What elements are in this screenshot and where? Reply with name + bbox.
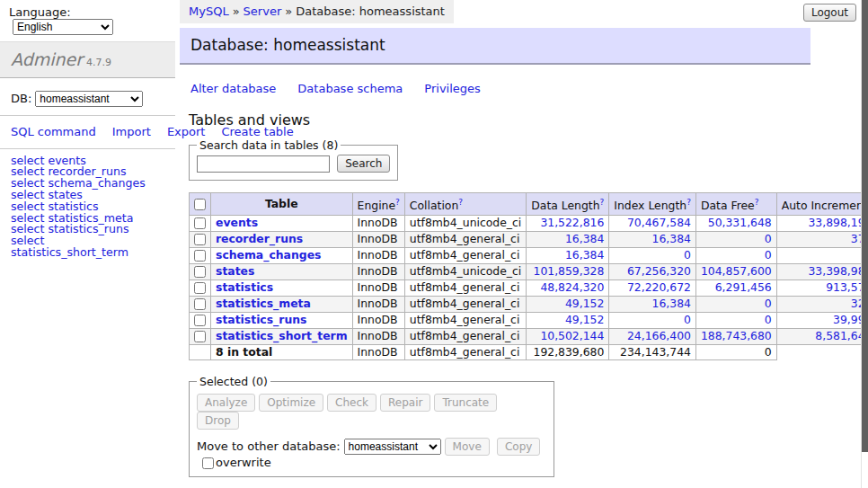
move-label: Move to other database: <box>197 439 341 453</box>
auto-increment-cell[interactable]: 6 <box>776 247 868 263</box>
index-length-cell[interactable]: 72,220,672 <box>609 279 696 296</box>
row-checkbox[interactable] <box>194 217 206 229</box>
language-row: Language:English <box>0 0 175 39</box>
data-free-cell[interactable]: 0 <box>695 247 776 263</box>
database-action-link[interactable]: Database schema <box>297 82 403 95</box>
data-free-cell[interactable]: 50,331,648 <box>695 215 776 231</box>
table-name-link[interactable]: statistics_short_term <box>216 329 348 342</box>
row-checkbox[interactable] <box>194 331 206 342</box>
column-help-icon[interactable]: ? <box>686 198 691 207</box>
page-title: Database: homeassistant <box>180 28 810 65</box>
data-length-cell[interactable]: 49,152 <box>527 312 609 328</box>
data-length-cell[interactable]: 16,384 <box>527 231 609 247</box>
analyze-button[interactable]: Analyze <box>197 394 255 412</box>
db-select[interactable]: homeassistant <box>35 91 143 107</box>
breadcrumb-current: Database: homeassistant <box>296 4 445 18</box>
sidebar-action-link[interactable]: SQL command <box>11 125 96 138</box>
selected-legend: Selected (0) <box>197 375 270 388</box>
row-checkbox[interactable] <box>194 250 206 262</box>
data-free-cell[interactable]: 0 <box>695 312 776 328</box>
move-db-select[interactable]: homeassistant <box>344 439 441 455</box>
database-action-link[interactable]: Alter database <box>190 82 276 95</box>
data-length-cell[interactable]: 31,522,816 <box>527 215 609 231</box>
auto-increment-cell[interactable]: 39,999 <box>776 312 868 328</box>
row-checkbox[interactable] <box>194 282 206 294</box>
index-length-cell[interactable]: 0 <box>609 247 696 263</box>
data-free-cell[interactable]: 0 <box>695 231 776 247</box>
breadcrumb-separator: » <box>285 4 292 18</box>
auto-increment-cell[interactable]: 8,581,645 <box>776 328 868 344</box>
repair-button[interactable]: Repair <box>380 394 430 412</box>
breadcrumb-link[interactable]: Server <box>244 4 282 18</box>
table-name-link[interactable]: statistics <box>216 280 273 294</box>
row-checkbox[interactable] <box>194 266 206 278</box>
optimize-button[interactable]: Optimize <box>259 394 323 412</box>
data-length-cell[interactable]: 10,502,144 <box>527 328 609 344</box>
index-length-cell[interactable]: 70,467,584 <box>609 215 696 231</box>
table-name-link[interactable]: events <box>216 216 258 229</box>
logout-button[interactable]: Logout <box>803 4 856 22</box>
vertical-scrollbar[interactable] <box>861 0 868 488</box>
auto-increment-cell[interactable]: 378 <box>776 231 868 247</box>
row-checkbox[interactable] <box>194 315 206 326</box>
move-button[interactable]: Move <box>445 438 490 456</box>
data-free-cell[interactable]: 6,291,456 <box>695 279 776 296</box>
search-input[interactable] <box>197 155 330 173</box>
auto-increment-cell[interactable]: 913,577 <box>776 279 868 296</box>
sidebar-action-link[interactable]: Import <box>112 125 151 138</box>
sidebar-select-table-link[interactable]: select statistics_short_term <box>11 235 164 259</box>
table-name-link[interactable]: states <box>216 264 254 278</box>
search-button[interactable]: Search <box>337 155 390 173</box>
column-help-icon[interactable]: ? <box>458 198 463 207</box>
table-row: statesInnoDButf8mb4_unicode_ci101,859,32… <box>190 263 868 279</box>
data-free-cell[interactable]: 188,743,680 <box>695 328 776 344</box>
database-action-link[interactable]: Privileges <box>424 82 481 95</box>
collation-cell: utf8mb4_general_ci <box>404 296 526 312</box>
row-checkbox[interactable] <box>194 234 206 245</box>
check-button[interactable]: Check <box>327 394 376 412</box>
sidebar-actions: SQL commandImportExportCreate table <box>0 122 175 140</box>
copy-button[interactable]: Copy <box>497 438 540 456</box>
table-name-link[interactable]: statistics_runs <box>216 313 306 326</box>
auto-increment-cell[interactable]: 325 <box>776 296 868 312</box>
index-length-cell[interactable]: 16,384 <box>609 231 696 247</box>
row-checkbox-cell <box>190 215 211 231</box>
index-length-cell[interactable]: 24,166,400 <box>609 328 696 344</box>
data-length-cell[interactable]: 16,384 <box>527 247 609 263</box>
table-name-link[interactable]: schema_changes <box>216 248 321 262</box>
column-help-icon[interactable]: ? <box>755 198 759 207</box>
column-header-index-length: Index Length? <box>609 193 696 216</box>
overwrite-checkbox[interactable] <box>202 457 214 469</box>
auto-increment-cell[interactable]: 33,398,984 <box>776 263 868 279</box>
select-all-checkbox[interactable] <box>194 199 206 210</box>
table-name-link[interactable]: recorder_runs <box>216 232 303 245</box>
collation-cell: utf8mb4_unicode_ci <box>404 215 526 231</box>
selected-fieldset: Selected (0) AnalyzeOptimizeCheckRepairT… <box>189 375 554 477</box>
drop-button[interactable]: Drop <box>197 412 239 430</box>
data-length-cell[interactable]: 101,859,328 <box>527 263 609 279</box>
auto-increment-cell[interactable]: 33,898,196 <box>776 215 868 231</box>
engine-cell: InnoDB <box>352 215 404 231</box>
data-length-cell[interactable]: 48,824,320 <box>527 279 609 296</box>
db-selector-row: DB:homeassistant <box>0 78 175 107</box>
table-header-row: TableEngine?Collation?Data Length?Index … <box>190 193 868 216</box>
overwrite-label: overwrite <box>216 456 271 469</box>
breadcrumb-link[interactable]: MySQL <box>189 4 229 18</box>
data-length-cell[interactable]: 49,152 <box>527 296 609 312</box>
truncate-button[interactable]: Truncate <box>434 394 497 412</box>
collation-cell: utf8mb4_general_ci <box>404 231 526 247</box>
index-length-cell[interactable]: 67,256,320 <box>609 263 696 279</box>
row-checkbox[interactable] <box>194 298 206 310</box>
column-help-icon[interactable]: ? <box>395 198 400 207</box>
content: MySQL»Server»Database: homeassistant Log… <box>180 0 810 488</box>
row-checkbox-cell <box>190 279 211 296</box>
scrollbar-thumb[interactable] <box>862 0 868 452</box>
data-free-cell[interactable]: 0 <box>695 296 776 312</box>
index-length-cell[interactable]: 0 <box>609 312 696 328</box>
index-length-cell[interactable]: 16,384 <box>609 296 696 312</box>
language-select[interactable]: English <box>13 19 113 35</box>
column-help-icon[interactable]: ? <box>600 198 605 207</box>
row-checkbox-cell <box>190 263 211 279</box>
table-name-link[interactable]: statistics_meta <box>216 297 311 310</box>
data-free-cell[interactable]: 104,857,600 <box>695 263 776 279</box>
